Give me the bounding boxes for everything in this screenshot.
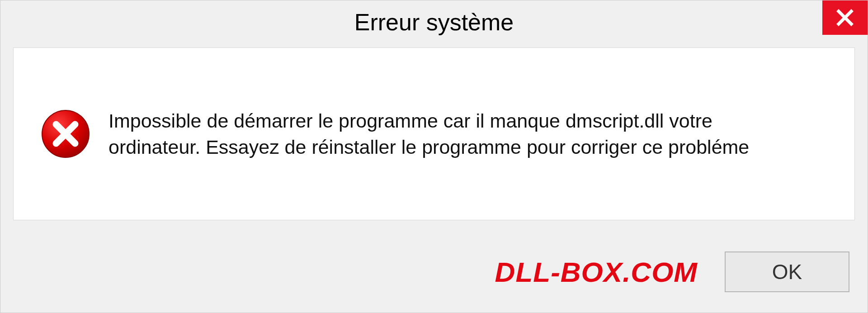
ok-button[interactable]: OK	[725, 251, 849, 292]
titlebar: Erreur système	[0, 0, 868, 44]
error-icon	[41, 109, 90, 159]
close-icon	[836, 9, 854, 27]
error-dialog: Erreur système Im	[0, 0, 868, 313]
content-panel: Impossible de démarrer le programme car …	[13, 47, 855, 220]
close-button[interactable]	[822, 0, 868, 35]
dialog-footer: DLL-BOX.COM OK	[0, 231, 868, 313]
error-message: Impossible de démarrer le programme car …	[108, 108, 796, 160]
ok-button-label: OK	[772, 260, 802, 284]
brand-watermark: DLL-BOX.COM	[495, 256, 698, 288]
dialog-title: Erreur système	[354, 9, 514, 36]
